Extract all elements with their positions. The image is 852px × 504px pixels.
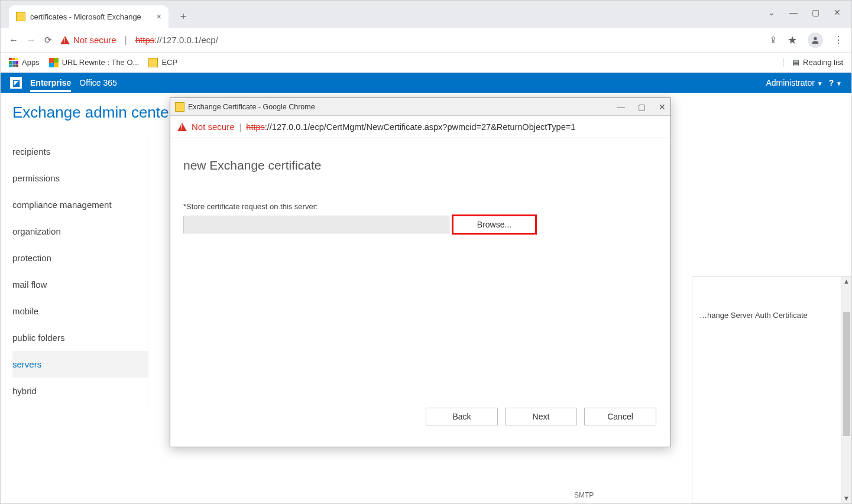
popup-minimize-icon[interactable]: — <box>617 102 625 112</box>
details-panel: ▲ ▼ …hange Server Auth Certificate SMTP <box>692 276 851 503</box>
popup-maximize-icon[interactable]: ▢ <box>638 102 646 112</box>
tab-office365[interactable]: Office 365 <box>79 78 117 87</box>
bookmark-ecp[interactable]: ECP <box>148 58 177 67</box>
forward-icon[interactable]: → <box>27 35 36 45</box>
apps-button[interactable]: Apps <box>9 58 40 67</box>
scroll-up-icon[interactable]: ▲ <box>843 278 850 285</box>
nav-list: recipients permissions compliance manage… <box>12 138 148 404</box>
nav-mobile[interactable]: mobile <box>12 298 148 324</box>
admin-menu[interactable]: Administrator ▼ <box>766 78 822 87</box>
back-icon[interactable]: ← <box>9 35 18 45</box>
cancel-button[interactable]: Cancel <box>584 408 656 425</box>
nav-protection[interactable]: protection <box>12 245 148 271</box>
tab-close-icon[interactable]: × <box>157 12 161 21</box>
popup-heading: new Exchange certificate <box>183 158 657 173</box>
omnibox-url[interactable]: https://127.0.0.1/ecp/ <box>135 35 218 45</box>
reload-icon[interactable]: ⟳ <box>44 35 52 45</box>
scroll-down-icon[interactable]: ▼ <box>843 495 850 502</box>
help-menu[interactable]: ? ▼ <box>829 78 842 87</box>
popup-title-text: Exchange Certificate - Google Chrome <box>188 103 315 111</box>
svg-point-0 <box>814 37 817 40</box>
ms-favicon-icon <box>49 58 59 67</box>
scrollbar[interactable]: ▲ ▼ <box>841 277 851 503</box>
warning-icon <box>177 123 187 131</box>
popup-titlebar: Exchange Certificate - Google Chrome — ▢… <box>170 98 670 116</box>
popup-url[interactable]: https://127.0.0.1/ecp/CertMgmt/NewCertif… <box>246 122 575 132</box>
share-icon[interactable]: ⇪ <box>769 34 777 45</box>
profile-icon[interactable] <box>808 32 823 48</box>
office-logo-icon[interactable]: ◪ <box>10 77 22 89</box>
nav-servers[interactable]: servers <box>12 351 148 378</box>
browse-button[interactable]: Browse... <box>452 214 537 235</box>
cert-name: …hange Server Auth Certificate <box>699 311 844 320</box>
smtp-label: SMTP <box>574 491 594 499</box>
back-button[interactable]: Back <box>426 408 498 425</box>
tab-favicon-icon <box>16 12 25 21</box>
nav-publicfolders[interactable]: public folders <box>12 324 148 351</box>
popup-address-bar: Not secure | https://127.0.0.1/ecp/CertM… <box>170 116 670 138</box>
server-field-input[interactable] <box>183 216 449 233</box>
new-tab-button[interactable]: + <box>174 8 192 25</box>
nav-organization[interactable]: organization <box>12 218 148 245</box>
popup-body: new Exchange certificate *Store certific… <box>170 138 670 447</box>
security-indicator[interactable]: Not secure <box>60 35 116 45</box>
nav-recipients[interactable]: recipients <box>12 138 148 165</box>
o365-header: ◪ Enterprise Office 365 Administrator ▼ … <box>1 73 851 93</box>
tab-title: certificates - Microsoft Exchange <box>30 12 141 21</box>
window-controls: ⌄ — ▢ ✕ <box>768 1 851 24</box>
popup-close-icon[interactable]: ✕ <box>659 102 666 112</box>
app-title: Exchange admin center <box>12 103 148 122</box>
reading-list-button[interactable]: ▤ Reading list <box>783 58 843 67</box>
nav-mailflow[interactable]: mail flow <box>12 271 148 298</box>
ecp-favicon-icon <box>148 58 158 67</box>
browser-window: certificates - Microsoft Exchange × + ⌄ … <box>0 0 852 504</box>
apps-grid-icon <box>9 58 18 67</box>
scroll-thumb[interactable] <box>843 312 850 436</box>
browser-tab[interactable]: certificates - Microsoft Exchange × <box>9 5 169 28</box>
maximize-icon[interactable]: ▢ <box>812 8 819 17</box>
popup-window: Exchange Certificate - Google Chrome — ▢… <box>170 97 671 447</box>
left-column: Exchange admin center recipients permiss… <box>1 93 148 503</box>
nav-compliance[interactable]: compliance management <box>12 191 148 218</box>
not-secure-label: Not secure <box>73 35 116 45</box>
close-icon[interactable]: ✕ <box>834 8 841 17</box>
not-secure-label: Not secure <box>192 122 235 132</box>
nav-permissions[interactable]: permissions <box>12 165 148 191</box>
next-button[interactable]: Next <box>505 408 577 425</box>
minimize-icon[interactable]: — <box>789 8 798 17</box>
address-bar: ← → ⟳ Not secure | https://127.0.0.1/ecp… <box>1 28 851 53</box>
bookmark-url-rewrite[interactable]: URL Rewrite : The O... <box>49 58 140 67</box>
titlebar: certificates - Microsoft Exchange × + ⌄ … <box>1 1 851 28</box>
bookmarks-bar: Apps URL Rewrite : The O... ECP ▤ Readin… <box>1 53 851 73</box>
kebab-menu-icon[interactable]: ⋮ <box>834 34 843 45</box>
warning-icon <box>60 36 70 44</box>
chevron-down-icon[interactable]: ⌄ <box>768 8 775 17</box>
nav-hybrid[interactable]: hybrid <box>12 378 148 404</box>
tab-enterprise[interactable]: Enterprise <box>30 78 71 87</box>
list-icon: ▤ <box>792 58 799 67</box>
popup-favicon-icon <box>175 102 184 112</box>
bookmark-star-icon[interactable]: ★ <box>788 34 797 47</box>
server-field-label: *Store certificate request on this serve… <box>183 202 657 211</box>
